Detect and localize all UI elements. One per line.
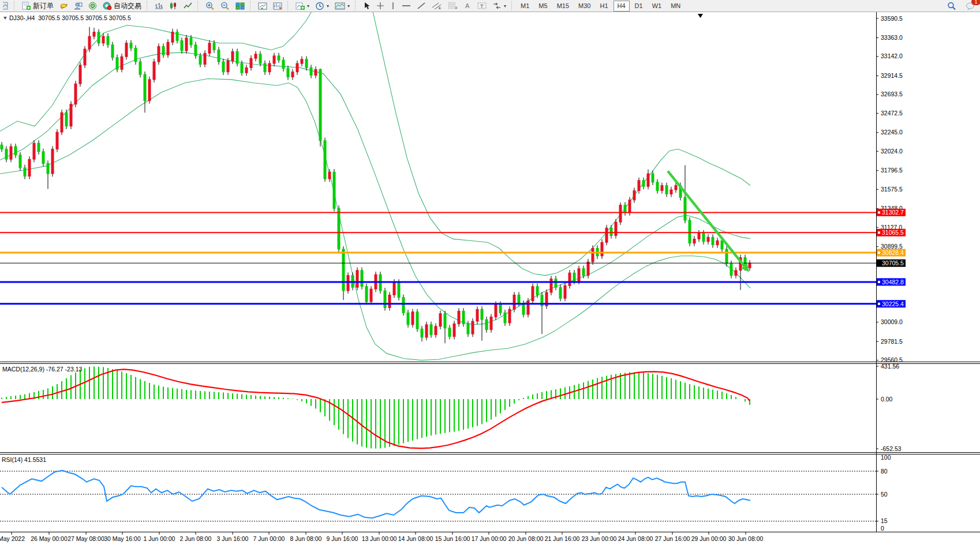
- timeframe-m5[interactable]: M5: [534, 1, 551, 12]
- dropdown-caret: ▾: [307, 3, 309, 9]
- zoom-in-button[interactable]: [203, 0, 218, 12]
- navigator-icon: [88, 2, 97, 10]
- svg-text:-652.53: -652.53: [881, 445, 902, 452]
- text-button[interactable]: A: [461, 0, 474, 12]
- timeframe-mn[interactable]: MN: [667, 1, 684, 12]
- svg-text:May 2022: May 2022: [0, 535, 25, 542]
- toolbar-separator: [197, 1, 201, 10]
- tile-windows-button[interactable]: [233, 0, 248, 12]
- svg-text:30482.8: 30482.8: [882, 279, 904, 285]
- svg-text:431.56: 431.56: [881, 363, 899, 370]
- svg-text:33590.5: 33590.5: [881, 15, 903, 22]
- zoom-out-button[interactable]: [218, 0, 233, 12]
- svg-text:31796.5: 31796.5: [881, 167, 903, 174]
- symbol-info: DJ30-,H4 30705.5 30705.5 30705.5 30705.5: [9, 14, 131, 21]
- svg-text:32024.0: 32024.0: [881, 148, 903, 155]
- dropdown-caret: ▾: [327, 3, 329, 9]
- indicator-window-button[interactable]: [255, 0, 270, 12]
- indicator-list-icon: [273, 2, 282, 10]
- fibonacci-icon: F: [448, 2, 458, 10]
- dropdown-caret: ▾: [504, 3, 506, 9]
- candlestick-mode-button[interactable]: [166, 0, 181, 12]
- timeframe-m30[interactable]: M30: [574, 1, 594, 12]
- rsi-label: RSI(14) 41.5531: [2, 456, 46, 463]
- svg-text:31065.5: 31065.5: [882, 229, 904, 236]
- navigator-button[interactable]: [85, 0, 100, 12]
- toolbar-separator: [147, 1, 150, 10]
- svg-text:100: 100: [881, 454, 891, 461]
- line-chart-mode-button[interactable]: [181, 0, 195, 12]
- timeframe-h1[interactable]: H1: [596, 1, 612, 12]
- svg-text:50: 50: [881, 491, 888, 498]
- text-label-button[interactable]: T: [474, 0, 489, 12]
- chart-window-button[interactable]: [0, 0, 12, 12]
- trendline-button[interactable]: [414, 0, 429, 12]
- notification-badge: 1: [971, 0, 980, 5]
- quotes-icon: [59, 2, 68, 10]
- svg-text:F: F: [455, 6, 458, 10]
- svg-text:15 Jun 16:00: 15 Jun 16:00: [435, 535, 470, 542]
- crosshair-icon: [376, 2, 384, 10]
- trendline-icon: [417, 2, 426, 10]
- autotrade-button[interactable]: 自动交易: [100, 0, 144, 12]
- arrows-button[interactable]: ▾: [489, 0, 509, 12]
- mt4-window: 33590.533363.033142.032914.532693.532472…: [0, 0, 980, 545]
- template-button[interactable]: ▾: [332, 0, 353, 12]
- bar-chart-icon: [155, 2, 163, 10]
- add-indicator-button[interactable]: ▾: [293, 0, 312, 12]
- new-order-icon: [22, 2, 31, 10]
- toolbar-separator: [355, 1, 358, 10]
- bar-chart-mode-button[interactable]: [152, 0, 166, 12]
- autotrade-icon: [103, 2, 112, 10]
- svg-text:0.00: 0.00: [881, 396, 893, 403]
- svg-text:20 Jun 08:00: 20 Jun 08:00: [508, 535, 544, 542]
- toolbar-separator: [511, 1, 515, 10]
- svg-text:24 Jun 08:00: 24 Jun 08:00: [618, 535, 653, 542]
- toolbar-separator: [287, 1, 291, 10]
- timeframe-group: M1M5M15M30H1H4D1W1MN: [517, 1, 684, 12]
- timeframe-d1[interactable]: D1: [631, 1, 647, 12]
- crosshair-button[interactable]: [373, 0, 387, 12]
- channel-button[interactable]: E: [429, 0, 445, 12]
- toolbar-separator: [14, 1, 17, 10]
- svg-text:15: 15: [881, 517, 888, 524]
- new-order-button[interactable]: 新订单: [19, 0, 57, 12]
- timeframe-m1[interactable]: M1: [517, 1, 533, 12]
- timeframe-w1[interactable]: W1: [648, 1, 666, 12]
- svg-text:30225.4: 30225.4: [882, 300, 904, 307]
- svg-text:29781.5: 29781.5: [881, 338, 903, 345]
- svg-text:29 Jun 00:00: 29 Jun 00:00: [691, 535, 727, 542]
- svg-text:2 Jun 08:00: 2 Jun 08:00: [180, 535, 212, 542]
- timeframe-m15[interactable]: M15: [553, 1, 573, 12]
- macd-label: MACD(12,26,9) -76.27 -23.13: [2, 366, 82, 373]
- candlestick-icon: [169, 2, 178, 10]
- horizontal-line-icon: [402, 2, 411, 10]
- search-button[interactable]: [944, 0, 959, 12]
- vertical-line-button[interactable]: [387, 0, 399, 12]
- toolbar-right-group: 1: [944, 0, 978, 12]
- notifications-button[interactable]: 1: [963, 0, 978, 12]
- svg-text:A: A: [465, 2, 470, 9]
- svg-text:33142.0: 33142.0: [881, 52, 903, 59]
- quotes-button[interactable]: [57, 0, 71, 12]
- market-watch-icon: [74, 2, 83, 10]
- svg-text:26 May 00:00: 26 May 00:00: [31, 535, 68, 542]
- timeframe-h4[interactable]: H4: [614, 1, 630, 12]
- svg-text:27 Jun 16:00: 27 Jun 16:00: [655, 535, 690, 542]
- svg-text:9 Jun 16:00: 9 Jun 16:00: [327, 535, 358, 542]
- chart-partial-icon: [3, 2, 9, 10]
- cursor-icon: [363, 2, 371, 10]
- indicator-window-icon: [258, 2, 267, 10]
- main-toolbar: 新订单 自动交易: [0, 0, 980, 12]
- svg-text:E: E: [439, 6, 441, 10]
- chart-area[interactable]: 33590.533363.033142.032914.532693.532472…: [0, 0, 980, 545]
- indicator-list-button[interactable]: [270, 0, 285, 12]
- horizontal-line-button[interactable]: [399, 0, 414, 12]
- fibonacci-button[interactable]: F: [445, 0, 461, 12]
- text-label-icon: T: [477, 2, 487, 10]
- cursor-button[interactable]: [360, 0, 373, 12]
- period-button[interactable]: ▾: [312, 0, 332, 12]
- equidistant-channel-icon: E: [432, 2, 442, 10]
- market-watch-button[interactable]: [71, 0, 85, 12]
- svg-text:14 Jun 08:00: 14 Jun 08:00: [398, 535, 433, 542]
